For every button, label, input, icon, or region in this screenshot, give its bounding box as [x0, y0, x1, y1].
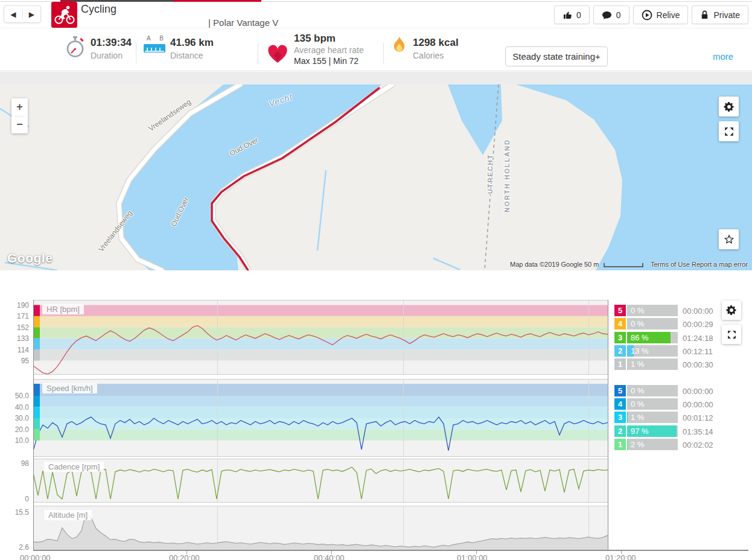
speed-axis-tick: 50.0: [0, 392, 29, 400]
zone-time: 01:24:18: [683, 334, 713, 343]
zone-time: 00:00:29: [683, 320, 713, 329]
privacy-label: Private: [713, 10, 740, 20]
zone-percent: 0 %: [631, 306, 644, 315]
zone-time: 00:12:11: [683, 347, 713, 356]
x-axis-label: 01:20:00: [605, 553, 636, 560]
zone-bar: 97 %: [627, 425, 678, 437]
prev-session-button[interactable]: ◀: [4, 6, 22, 22]
zone-time: 00:00:00: [683, 387, 713, 396]
distance-value: 41.96 km: [170, 37, 214, 49]
route-map[interactable]: Vreelandseweg Vreelandseweg Oud Over Oud…: [0, 84, 752, 270]
hr-axis-tick: 152: [0, 323, 29, 332]
calories-value: 1298 kcal: [413, 37, 459, 49]
boundary-label-utrecht: UTRECHT: [486, 144, 494, 204]
page-gap-band: [0, 72, 752, 84]
zone-percent: 97 %: [631, 427, 649, 436]
x-axis-label: 01:00:00: [457, 553, 488, 560]
speed-axis-tick: 30.0: [0, 414, 29, 422]
map-fullscreen-button[interactable]: [719, 121, 739, 141]
heart-icon: [267, 45, 288, 64]
zone-number: 4: [614, 318, 626, 329]
speed-zone-row: 3 1 %: [614, 412, 678, 423]
cyclist-icon: [53, 4, 76, 27]
zone-percent: 0 %: [631, 386, 644, 395]
point-a-label: A: [147, 35, 151, 42]
speed-axis-tick: 20.0: [0, 425, 29, 434]
speed-chart[interactable]: [33, 379, 608, 457]
more-link[interactable]: more: [713, 51, 733, 62]
point-b-label: B: [159, 35, 164, 42]
zone-number: 2: [614, 345, 626, 357]
next-session-button[interactable]: ▶: [23, 6, 41, 22]
zoom-out-button[interactable]: −: [11, 116, 28, 134]
star-icon: [723, 234, 735, 246]
fullscreen-icon: [727, 329, 737, 340]
speed-zone-row: 5 0 %: [614, 385, 678, 396]
training-benefit-button[interactable]: Steady state training+: [505, 46, 608, 66]
map-canvas: [0, 84, 752, 270]
zone-bar: 2 %: [627, 439, 678, 450]
zoom-in-button[interactable]: +: [11, 98, 28, 116]
zone-bar-fill: [627, 412, 628, 423]
google-logo: Google: [7, 251, 53, 266]
zone-number: 3: [614, 332, 626, 343]
relive-button[interactable]: Relive: [633, 5, 689, 24]
prev-icon: ◀: [10, 10, 16, 19]
zone-time: 00:02:02: [683, 441, 713, 450]
zone-number: 4: [614, 398, 626, 410]
header-bar: ◀ ▶ Cycling | Polar Vantage V 0 0 Relive…: [0, 2, 752, 28]
hr-axis-tick: 114: [0, 346, 29, 354]
x-axis-label: 00:20:00: [169, 553, 200, 560]
altitude-axis-tick: 15.5: [0, 508, 29, 517]
stats-bar: 01:39:34 Duration A B 41.96 km Distance …: [0, 29, 752, 71]
map-favorite-button[interactable]: [719, 229, 739, 249]
chart-left-border: [33, 300, 34, 550]
hr-zone-row: 5 0 %: [614, 305, 678, 316]
speed-chart-title: Speed [km/h]: [42, 383, 97, 393]
distance-ab-labels: A B: [145, 35, 165, 42]
terms-of-use-link[interactable]: Terms of Use: [651, 261, 690, 268]
zone-percent: 86 %: [631, 333, 649, 342]
map-settings-button[interactable]: [719, 97, 739, 116]
duration-label: Duration: [91, 51, 123, 60]
like-button[interactable]: 0: [554, 5, 590, 24]
zone-time: 00:00:30: [683, 360, 713, 369]
altitude-chart[interactable]: [33, 506, 608, 550]
charts-fullscreen-button[interactable]: [722, 325, 741, 344]
duration-value: 01:39:34: [91, 37, 132, 49]
hr-axis-tick: 171: [0, 312, 29, 320]
cadence-axis-tick: 98: [0, 459, 29, 468]
zone-percent: 0 %: [631, 319, 644, 328]
stats-separator: [383, 42, 384, 64]
zone-bar-fill: [627, 358, 628, 370]
report-map-error-link[interactable]: Report a map error: [692, 261, 748, 268]
privacy-button[interactable]: Private: [692, 5, 748, 24]
zone-bar: 86 %: [627, 332, 678, 343]
zone-time: 00:00:00: [683, 307, 713, 316]
comment-button[interactable]: 0: [593, 5, 629, 24]
zone-percent: 1 %: [631, 413, 644, 422]
charts-settings-button[interactable]: [722, 301, 741, 320]
zone-number: 2: [614, 425, 626, 437]
speed-zone-row: 2 97 %: [614, 425, 678, 437]
altitude-axis-tick: 2.6: [0, 543, 29, 552]
stats-separator: [136, 42, 136, 64]
relive-label: Relive: [657, 10, 680, 20]
gear-icon: [723, 101, 735, 113]
x-axis-label: 00:40:00: [314, 553, 345, 560]
map-scale-label: 50 m: [584, 261, 599, 268]
next-icon: ▶: [29, 10, 34, 19]
hr-chart[interactable]: [33, 300, 608, 375]
like-count: 0: [576, 10, 581, 20]
cycling-sport-icon: [51, 2, 77, 28]
session-nav: ◀ ▶: [4, 5, 41, 23]
x-axis-line: [33, 550, 748, 551]
stopwatch-icon: [65, 36, 85, 59]
hr-zone-row: 4 0 %: [614, 318, 678, 329]
cadence-chart[interactable]: [33, 459, 608, 503]
hr-zone-row: 3 86 %: [614, 332, 678, 343]
flame-icon: [392, 37, 407, 57]
stats-separator: [258, 42, 258, 64]
calories-label: Calories: [413, 51, 444, 60]
map-attribution: Map data ©2019 Google: [510, 261, 582, 268]
